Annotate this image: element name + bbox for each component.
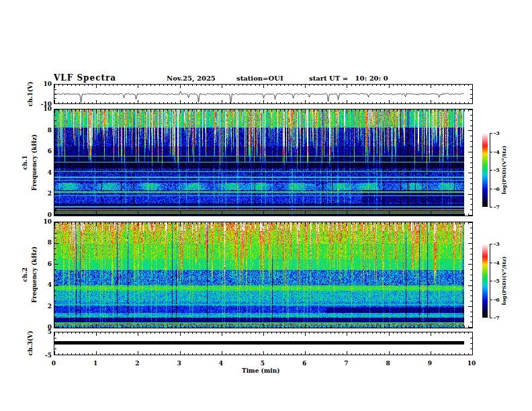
ch1-spec-ytick: 10 (37, 105, 52, 112)
ch2-spec-ytick: 6 (37, 261, 52, 267)
ch1-spec-ytick: 8 (37, 127, 52, 134)
colorbar-tick (490, 207, 492, 208)
colorbar-tick (490, 133, 492, 134)
ch2-channel-axis-title: ch.2 (21, 267, 28, 281)
time-xtick: 6 (294, 360, 314, 367)
time-xtick: 1 (85, 360, 105, 367)
start-ut-label: start UT = 10: 20: 0 (309, 75, 388, 82)
colorbar-tick-label: -7 (494, 203, 500, 210)
colorbar1-title: log(PSD)(V²/Hz) (500, 146, 507, 195)
station-label: station=OUI (236, 75, 283, 82)
colorbar-tick-label: -4 (494, 148, 500, 155)
ch1-spec-ytick: 4 (37, 169, 52, 176)
ch3-wave-ytick: 5 (37, 328, 52, 335)
ch3-wave-ytick: -5 (37, 352, 52, 359)
colorbar-tick (490, 263, 492, 263)
colorbar-tick-label: -4 (494, 259, 500, 266)
colorbar-ch1 (482, 133, 488, 207)
ch1-waveform-canvas (54, 84, 473, 104)
colorbar-ch2 (482, 244, 488, 318)
ch1-spec-ytick: 0 (37, 212, 52, 218)
ch2-frequency-axis-title: Frequency (kHz) (31, 246, 38, 303)
time-xtick: 10 (461, 360, 482, 367)
time-xtick: 3 (169, 360, 189, 367)
time-xtick: 8 (378, 360, 398, 367)
ch2-spec-ytick: 4 (37, 281, 52, 288)
time-xtick: 7 (336, 360, 356, 367)
colorbar-tick (490, 300, 492, 300)
colorbar-tick (490, 318, 492, 318)
ch2-spectrogram-canvas (54, 222, 473, 328)
colorbar-tick-label: -5 (494, 277, 500, 284)
time-xtick: 2 (127, 360, 147, 367)
vlf-spectra-figure: VLF Spectra Nov.25, 2025 station=OUI sta… (0, 0, 532, 411)
colorbar-tick-label: -6 (494, 296, 500, 303)
colorbar-tick-label: -3 (494, 130, 500, 136)
time-axis-title: Time (min) (242, 367, 280, 374)
ch1-spec-ytick: 6 (37, 148, 52, 154)
colorbar-tick (490, 170, 492, 171)
ch2-spec-ytick: 10 (37, 218, 52, 225)
ch2-spec-ytick: 8 (37, 239, 52, 246)
date-label: Nov.25, 2025 (167, 75, 216, 82)
colorbar-tick-label: -5 (494, 167, 500, 173)
colorbar-tick (490, 152, 492, 152)
ch1-frequency-axis-title: Frequency (kHz) (31, 134, 38, 191)
ch3-voltage-axis-title: ch.3(V) (27, 331, 34, 356)
ch1-spectrogram-canvas (54, 109, 473, 216)
colorbar-tick (490, 281, 492, 281)
colorbar-tick-label: -6 (494, 185, 500, 192)
ch2-spec-ytick: 2 (37, 303, 52, 310)
time-xtick: 0 (44, 360, 64, 367)
colorbar-tick-label: -7 (494, 314, 500, 321)
ch1-channel-axis-title: ch.1 (21, 155, 28, 169)
ch1-spec-ytick: 2 (37, 190, 52, 197)
ch1-wave-ytick: 10 (37, 81, 52, 87)
colorbar-tick-label: -3 (494, 240, 500, 247)
colorbar-tick (490, 189, 492, 189)
ch3-waveform-canvas (54, 332, 473, 355)
ch1-voltage-axis-title: ch.1(V) (27, 82, 34, 107)
time-xtick: 4 (211, 360, 231, 367)
colorbar2-title: log(PSD)(V²/Hz) (500, 257, 507, 306)
page-title: VLF Spectra (54, 73, 116, 83)
time-xtick: 5 (253, 360, 273, 367)
colorbar-tick (490, 244, 492, 244)
time-xtick: 9 (420, 360, 440, 367)
